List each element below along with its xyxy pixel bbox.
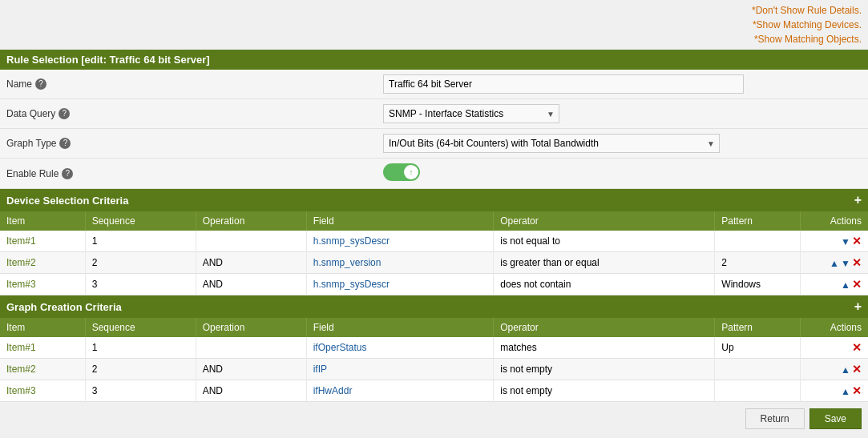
graph-col-pattern: Pattern <box>715 318 800 337</box>
delete-icon[interactable]: ✕ <box>852 278 862 287</box>
device-col-operation: Operation <box>196 211 306 231</box>
graph-type-help-icon[interactable]: ? <box>59 138 71 149</box>
cell-field: h.snmp_sysDescr <box>306 274 494 295</box>
enable-rule-help-icon[interactable]: ? <box>62 168 73 179</box>
name-help-icon[interactable]: ? <box>35 78 46 90</box>
cell-operation: AND <box>196 274 306 295</box>
device-col-pattern: Pattern <box>715 211 800 231</box>
name-label: Name ? <box>6 78 383 90</box>
item-link[interactable]: Item#2 <box>6 257 36 268</box>
data-query-label: Data Query ? <box>6 108 383 119</box>
field-link[interactable]: h.snmp_version <box>313 257 382 268</box>
cell-operation: AND <box>196 359 306 380</box>
field-link[interactable]: h.snmp_sysDescr <box>313 235 390 247</box>
cell-pattern <box>715 380 800 402</box>
item-link[interactable]: Item#3 <box>6 279 36 290</box>
cell-actions: ▲▼✕ <box>800 252 868 274</box>
field-link[interactable]: h.snmp_sysDescr <box>313 279 390 290</box>
data-query-select[interactable]: SNMP - Interface Statistics <box>383 104 559 123</box>
cell-pattern: Up <box>715 337 800 359</box>
move-down-icon[interactable]: ▼ <box>841 236 850 246</box>
move-up-icon[interactable]: ▲ <box>841 279 850 289</box>
name-input[interactable] <box>383 74 744 94</box>
graph-type-row: Graph Type ? In/Out Bits (64-bit Counter… <box>0 129 868 159</box>
move-up-icon[interactable]: ▲ <box>841 364 850 374</box>
field-link[interactable]: ifHwAddr <box>313 385 353 396</box>
graph-type-label: Graph Type ? <box>6 138 383 149</box>
graph-type-input-wrapper: In/Out Bits (64-bit Counters) with Total… <box>383 134 862 153</box>
field-link[interactable]: ifIP <box>313 364 327 375</box>
delete-icon[interactable]: ✕ <box>852 256 862 266</box>
name-input-wrapper <box>383 74 862 94</box>
graph-col-actions: Actions <box>800 318 868 337</box>
graph-col-operator: Operator <box>494 318 715 337</box>
show-matching-objects-link[interactable]: *Show Matching Objects. <box>6 32 862 46</box>
table-row: Item#3 3 AND h.snmp_sysDescr does not co… <box>0 274 868 295</box>
cell-operator: is greater than or equal <box>494 252 715 274</box>
graph-col-operation: Operation <box>196 318 306 337</box>
cell-actions: ▲✕ <box>800 274 868 295</box>
table-row: Item#2 2 AND h.snmp_version is greater t… <box>0 252 868 274</box>
move-down-icon[interactable]: ▼ <box>841 258 850 267</box>
device-col-operator: Operator <box>494 211 715 231</box>
device-col-field: Field <box>306 211 494 231</box>
table-row: Item#3 3 AND ifHwAddr is not empty ▲✕ <box>0 380 868 402</box>
cell-operation <box>196 231 306 252</box>
show-matching-devices-link[interactable]: *Show Matching Devices. <box>6 18 862 32</box>
return-button[interactable]: Return <box>745 408 805 429</box>
cell-sequence: 2 <box>85 359 196 380</box>
cell-operation: AND <box>196 380 306 402</box>
cell-operation: AND <box>196 252 306 274</box>
cell-field: ifHwAddr <box>306 380 494 402</box>
item-link[interactable]: Item#1 <box>6 342 36 353</box>
rule-selection-header: Rule Selection [edit: Traffic 64 bit Ser… <box>0 50 868 70</box>
graph-creation-tbody: Item#1 1 ifOperStatus matches Up ✕ Item#… <box>0 337 868 402</box>
item-link[interactable]: Item#3 <box>6 385 36 396</box>
save-button[interactable]: Save <box>809 408 862 429</box>
graph-type-select[interactable]: In/Out Bits (64-bit Counters) with Total… <box>383 134 720 153</box>
device-selection-tbody: Item#1 1 h.snmp_sysDescr is not equal to… <box>0 231 868 295</box>
device-selection-table: Item Sequence Operation Field Operator P… <box>0 211 868 295</box>
rule-selection-title: Rule Selection [edit: Traffic 64 bit Ser… <box>6 54 210 66</box>
move-up-icon[interactable]: ▲ <box>830 258 839 267</box>
graph-creation-title: Graph Creation Criteria <box>6 301 122 313</box>
name-row: Name ? <box>0 70 868 99</box>
cell-operator: is not empty <box>494 380 715 402</box>
table-row: Item#1 1 ifOperStatus matches Up ✕ <box>0 337 868 359</box>
delete-icon[interactable]: ✕ <box>852 384 862 394</box>
enable-rule-row: Enable Rule ? <box>0 159 868 189</box>
cell-sequence: 3 <box>85 274 196 295</box>
cell-item: Item#3 <box>0 380 85 402</box>
cell-operator: matches <box>494 337 715 359</box>
graph-creation-header: Graph Creation Criteria + <box>0 295 868 318</box>
data-query-help-icon[interactable]: ? <box>59 108 70 119</box>
item-link[interactable]: Item#2 <box>6 364 36 375</box>
delete-icon[interactable]: ✕ <box>852 235 862 244</box>
data-query-row: Data Query ? SNMP - Interface Statistics… <box>0 99 868 129</box>
cell-field: h.snmp_version <box>306 252 494 274</box>
cell-pattern: Windows <box>715 274 800 295</box>
field-link[interactable]: ifOperStatus <box>313 342 367 353</box>
cell-field: h.snmp_sysDescr <box>306 231 494 252</box>
cell-pattern: 2 <box>715 252 800 274</box>
top-links-container: *Don't Show Rule Details. *Show Matching… <box>0 0 868 50</box>
cell-actions: ▼✕ <box>800 231 868 252</box>
item-link[interactable]: Item#1 <box>6 235 36 247</box>
graph-type-select-wrapper: In/Out Bits (64-bit Counters) with Total… <box>383 134 720 153</box>
graph-creation-header-row: Item Sequence Operation Field Operator P… <box>0 318 868 337</box>
dont-show-rule-details-link[interactable]: *Don't Show Rule Details. <box>6 3 862 18</box>
cell-pattern <box>715 359 800 380</box>
delete-icon[interactable]: ✕ <box>852 341 862 351</box>
graph-creation-add-icon[interactable]: + <box>854 299 862 314</box>
cell-sequence: 3 <box>85 380 196 402</box>
data-query-input-wrapper: SNMP - Interface Statistics ▼ <box>383 104 862 123</box>
enable-rule-toggle[interactable] <box>383 163 420 181</box>
move-up-icon[interactable]: ▲ <box>841 386 850 396</box>
data-query-select-wrapper: SNMP - Interface Statistics ▼ <box>383 104 559 123</box>
graph-col-item: Item <box>0 318 85 337</box>
delete-icon[interactable]: ✕ <box>852 363 862 372</box>
cell-operation <box>196 337 306 359</box>
device-selection-add-icon[interactable]: + <box>854 193 862 207</box>
graph-creation-thead: Item Sequence Operation Field Operator P… <box>0 318 868 337</box>
cell-item: Item#2 <box>0 359 85 380</box>
